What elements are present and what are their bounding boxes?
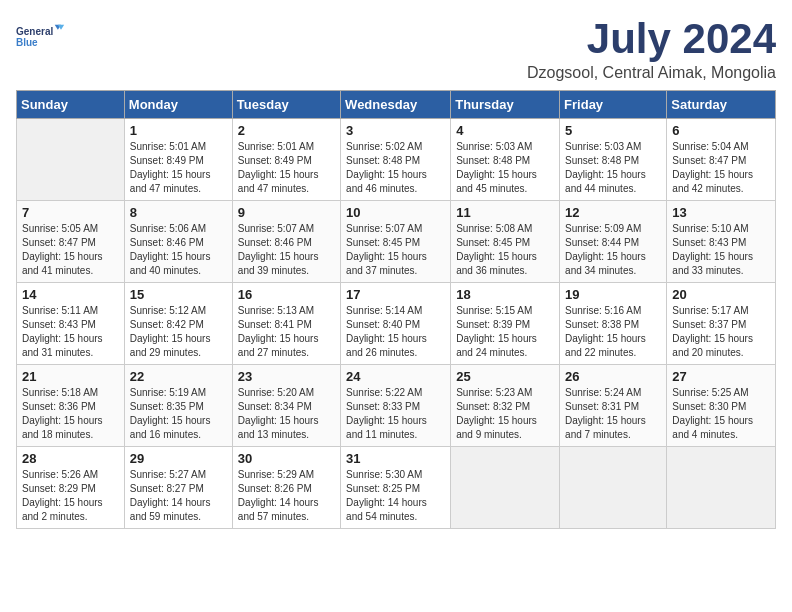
day-info: Sunrise: 5:14 AMSunset: 8:40 PMDaylight:… (346, 304, 445, 360)
day-number: 25 (456, 369, 554, 384)
day-cell: 13Sunrise: 5:10 AMSunset: 8:43 PMDayligh… (667, 201, 776, 283)
logo-svg: General Blue (16, 16, 66, 56)
day-cell: 3Sunrise: 5:02 AMSunset: 8:48 PMDaylight… (341, 119, 451, 201)
day-number: 22 (130, 369, 227, 384)
day-info: Sunrise: 5:08 AMSunset: 8:45 PMDaylight:… (456, 222, 554, 278)
day-cell: 18Sunrise: 5:15 AMSunset: 8:39 PMDayligh… (451, 283, 560, 365)
day-info: Sunrise: 5:18 AMSunset: 8:36 PMDaylight:… (22, 386, 119, 442)
day-number: 3 (346, 123, 445, 138)
svg-text:Blue: Blue (16, 37, 38, 48)
day-cell: 24Sunrise: 5:22 AMSunset: 8:33 PMDayligh… (341, 365, 451, 447)
day-number: 26 (565, 369, 661, 384)
day-number: 10 (346, 205, 445, 220)
day-cell: 9Sunrise: 5:07 AMSunset: 8:46 PMDaylight… (232, 201, 340, 283)
day-cell: 19Sunrise: 5:16 AMSunset: 8:38 PMDayligh… (560, 283, 667, 365)
day-number: 27 (672, 369, 770, 384)
day-number: 5 (565, 123, 661, 138)
day-number: 1 (130, 123, 227, 138)
day-number: 4 (456, 123, 554, 138)
day-number: 17 (346, 287, 445, 302)
week-row-2: 7Sunrise: 5:05 AMSunset: 8:47 PMDaylight… (17, 201, 776, 283)
day-cell: 17Sunrise: 5:14 AMSunset: 8:40 PMDayligh… (341, 283, 451, 365)
day-number: 11 (456, 205, 554, 220)
day-number: 28 (22, 451, 119, 466)
title-section: July 2024 Dzogsool, Central Aimak, Mongo… (527, 16, 776, 82)
day-cell: 14Sunrise: 5:11 AMSunset: 8:43 PMDayligh… (17, 283, 125, 365)
location: Dzogsool, Central Aimak, Mongolia (527, 64, 776, 82)
day-info: Sunrise: 5:11 AMSunset: 8:43 PMDaylight:… (22, 304, 119, 360)
day-info: Sunrise: 5:19 AMSunset: 8:35 PMDaylight:… (130, 386, 227, 442)
day-info: Sunrise: 5:17 AMSunset: 8:37 PMDaylight:… (672, 304, 770, 360)
day-number: 14 (22, 287, 119, 302)
day-info: Sunrise: 5:26 AMSunset: 8:29 PMDaylight:… (22, 468, 119, 524)
day-number: 8 (130, 205, 227, 220)
header-row: SundayMondayTuesdayWednesdayThursdayFrid… (17, 91, 776, 119)
day-cell: 5Sunrise: 5:03 AMSunset: 8:48 PMDaylight… (560, 119, 667, 201)
day-cell: 4Sunrise: 5:03 AMSunset: 8:48 PMDaylight… (451, 119, 560, 201)
day-header-sunday: Sunday (17, 91, 125, 119)
day-cell: 15Sunrise: 5:12 AMSunset: 8:42 PMDayligh… (124, 283, 232, 365)
day-info: Sunrise: 5:03 AMSunset: 8:48 PMDaylight:… (456, 140, 554, 196)
day-info: Sunrise: 5:13 AMSunset: 8:41 PMDaylight:… (238, 304, 335, 360)
day-info: Sunrise: 5:02 AMSunset: 8:48 PMDaylight:… (346, 140, 445, 196)
day-cell: 1Sunrise: 5:01 AMSunset: 8:49 PMDaylight… (124, 119, 232, 201)
day-info: Sunrise: 5:25 AMSunset: 8:30 PMDaylight:… (672, 386, 770, 442)
day-cell: 11Sunrise: 5:08 AMSunset: 8:45 PMDayligh… (451, 201, 560, 283)
day-info: Sunrise: 5:05 AMSunset: 8:47 PMDaylight:… (22, 222, 119, 278)
day-number: 21 (22, 369, 119, 384)
day-info: Sunrise: 5:23 AMSunset: 8:32 PMDaylight:… (456, 386, 554, 442)
week-row-3: 14Sunrise: 5:11 AMSunset: 8:43 PMDayligh… (17, 283, 776, 365)
day-info: Sunrise: 5:03 AMSunset: 8:48 PMDaylight:… (565, 140, 661, 196)
page-header: General Blue July 2024 Dzogsool, Central… (16, 16, 776, 82)
week-row-4: 21Sunrise: 5:18 AMSunset: 8:36 PMDayligh… (17, 365, 776, 447)
day-cell: 30Sunrise: 5:29 AMSunset: 8:26 PMDayligh… (232, 447, 340, 529)
day-info: Sunrise: 5:04 AMSunset: 8:47 PMDaylight:… (672, 140, 770, 196)
day-cell: 22Sunrise: 5:19 AMSunset: 8:35 PMDayligh… (124, 365, 232, 447)
day-info: Sunrise: 5:30 AMSunset: 8:25 PMDaylight:… (346, 468, 445, 524)
week-row-5: 28Sunrise: 5:26 AMSunset: 8:29 PMDayligh… (17, 447, 776, 529)
day-info: Sunrise: 5:20 AMSunset: 8:34 PMDaylight:… (238, 386, 335, 442)
day-info: Sunrise: 5:12 AMSunset: 8:42 PMDaylight:… (130, 304, 227, 360)
day-info: Sunrise: 5:07 AMSunset: 8:46 PMDaylight:… (238, 222, 335, 278)
day-number: 6 (672, 123, 770, 138)
day-info: Sunrise: 5:15 AMSunset: 8:39 PMDaylight:… (456, 304, 554, 360)
day-info: Sunrise: 5:22 AMSunset: 8:33 PMDaylight:… (346, 386, 445, 442)
day-info: Sunrise: 5:29 AMSunset: 8:26 PMDaylight:… (238, 468, 335, 524)
day-info: Sunrise: 5:07 AMSunset: 8:45 PMDaylight:… (346, 222, 445, 278)
calendar-table: SundayMondayTuesdayWednesdayThursdayFrid… (16, 90, 776, 529)
month-title: July 2024 (527, 16, 776, 62)
day-cell: 21Sunrise: 5:18 AMSunset: 8:36 PMDayligh… (17, 365, 125, 447)
day-cell (451, 447, 560, 529)
logo: General Blue (16, 16, 66, 56)
day-number: 16 (238, 287, 335, 302)
day-cell (17, 119, 125, 201)
day-number: 24 (346, 369, 445, 384)
day-info: Sunrise: 5:24 AMSunset: 8:31 PMDaylight:… (565, 386, 661, 442)
day-number: 29 (130, 451, 227, 466)
day-cell: 12Sunrise: 5:09 AMSunset: 8:44 PMDayligh… (560, 201, 667, 283)
day-cell: 28Sunrise: 5:26 AMSunset: 8:29 PMDayligh… (17, 447, 125, 529)
day-cell: 7Sunrise: 5:05 AMSunset: 8:47 PMDaylight… (17, 201, 125, 283)
day-header-tuesday: Tuesday (232, 91, 340, 119)
day-header-saturday: Saturday (667, 91, 776, 119)
day-number: 2 (238, 123, 335, 138)
day-info: Sunrise: 5:16 AMSunset: 8:38 PMDaylight:… (565, 304, 661, 360)
day-number: 20 (672, 287, 770, 302)
day-header-thursday: Thursday (451, 91, 560, 119)
day-number: 12 (565, 205, 661, 220)
day-number: 30 (238, 451, 335, 466)
day-cell: 29Sunrise: 5:27 AMSunset: 8:27 PMDayligh… (124, 447, 232, 529)
day-cell: 20Sunrise: 5:17 AMSunset: 8:37 PMDayligh… (667, 283, 776, 365)
day-number: 31 (346, 451, 445, 466)
day-info: Sunrise: 5:27 AMSunset: 8:27 PMDaylight:… (130, 468, 227, 524)
day-cell: 25Sunrise: 5:23 AMSunset: 8:32 PMDayligh… (451, 365, 560, 447)
calendar-header: SundayMondayTuesdayWednesdayThursdayFrid… (17, 91, 776, 119)
day-number: 15 (130, 287, 227, 302)
day-info: Sunrise: 5:10 AMSunset: 8:43 PMDaylight:… (672, 222, 770, 278)
day-cell: 8Sunrise: 5:06 AMSunset: 8:46 PMDaylight… (124, 201, 232, 283)
day-cell (560, 447, 667, 529)
day-cell: 16Sunrise: 5:13 AMSunset: 8:41 PMDayligh… (232, 283, 340, 365)
day-number: 23 (238, 369, 335, 384)
svg-text:General: General (16, 26, 53, 37)
day-info: Sunrise: 5:01 AMSunset: 8:49 PMDaylight:… (238, 140, 335, 196)
